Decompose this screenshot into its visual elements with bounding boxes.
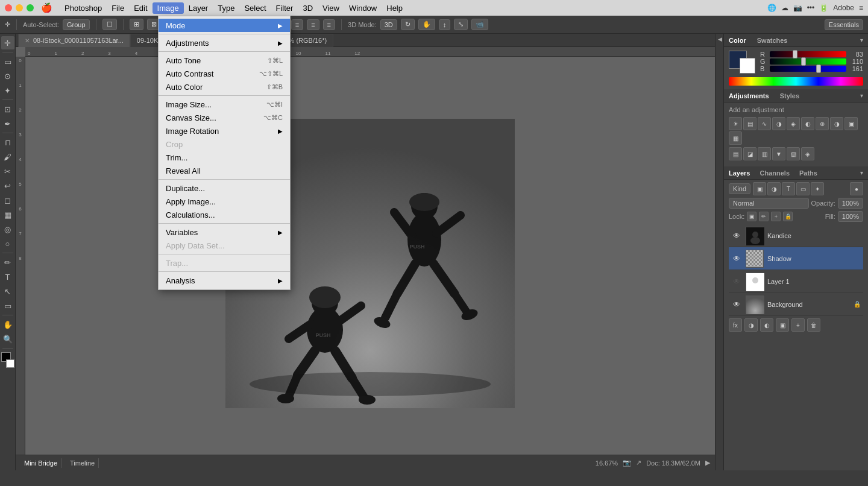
styles-title[interactable]: Styles [780,92,799,99]
distribute-4[interactable]: ≡ [291,19,303,30]
timeline-tab[interactable]: Timeline [66,458,99,468]
eraser-tool[interactable]: ◻ [1,194,14,207]
path-select-tool[interactable]: ↖ [1,285,14,298]
crop-tool[interactable]: ⊡ [1,103,14,116]
color-panel-title[interactable]: Color [729,37,746,44]
visibility-layer1[interactable]: 👁 [731,276,742,287]
blend-mode-dropdown[interactable]: Normal [729,198,809,209]
text-tool[interactable]: T [1,270,14,283]
paths-title[interactable]: Paths [799,169,817,177]
opacity-value[interactable]: 100% [838,198,863,209]
shape-filter-icon[interactable]: ▭ [796,182,810,195]
green-thumb[interactable] [801,57,806,66]
color-lookup-icon[interactable]: ▤ [729,147,742,160]
fill-value[interactable]: 100% [838,211,863,222]
distribute-6[interactable]: ≡ [323,19,335,30]
menubar-photoshop[interactable]: Photoshop [60,2,107,14]
visibility-shadow[interactable]: 👁 [731,253,742,264]
adjustments-title[interactable]: Adjustments [729,92,769,99]
blue-thumb[interactable] [816,65,821,73]
clone-stamp-tool[interactable]: ✂ [1,165,14,178]
channels-title[interactable]: Channels [760,169,790,177]
menubar-layer[interactable]: Layer [184,2,213,14]
menu-apply-image[interactable]: Apply Image... [159,195,290,208]
show-transform-controls[interactable]: ☐ [102,19,117,30]
layer-shadow[interactable]: 👁 Shadow [729,247,863,270]
hand-tool[interactable]: ✋ [1,318,14,331]
3d-rotate[interactable]: ↻ [401,19,415,30]
lock-all[interactable]: + [771,212,781,221]
visibility-background[interactable]: 👁 [731,299,742,310]
layer-kandice[interactable]: 👁 Kandice [729,224,863,247]
align-left[interactable]: ⊞ [130,19,143,30]
red-slider[interactable] [770,51,846,57]
zoom-tool[interactable]: 🔍 [1,332,14,346]
spectrum-bar[interactable] [729,77,863,86]
menu-auto-tone[interactable]: Auto Tone ⇧⌘L [159,54,290,67]
color-boxes[interactable] [1,352,14,368]
collapse-icon[interactable]: ◀ [717,36,723,42]
menu-duplicate[interactable]: Duplicate... [159,181,290,195]
delete-layer-btn[interactable]: 🗑 [807,318,820,332]
layer-1[interactable]: 👁 Layer 1 [729,270,863,293]
photo-filter-icon[interactable]: ▣ [844,117,858,130]
selective-color-icon[interactable]: ◈ [801,147,814,160]
adjustment-layer-btn[interactable]: ◐ [760,318,773,332]
magic-wand-tool[interactable]: ✦ [1,84,14,97]
menubar-view[interactable]: View [318,2,344,14]
3d-pan[interactable]: ✋ [418,19,435,30]
vibrance-icon[interactable]: ◈ [787,117,800,130]
levels-icon[interactable]: ▤ [743,117,756,130]
lasso-tool[interactable]: ⊙ [1,69,14,83]
brightness-icon[interactable]: ☀ [729,117,742,130]
adj-panel-expand[interactable]: ▾ [860,92,863,99]
bw-icon[interactable]: ◑ [830,117,843,130]
3d-scale[interactable]: ⤡ [454,19,468,30]
pen-tool[interactable]: ✏ [1,256,14,269]
blue-slider[interactable] [770,66,846,72]
menu-image-rotation[interactable]: Image Rotation ▶ [159,124,290,137]
group-layers-btn[interactable]: ▣ [776,318,789,332]
background-color[interactable] [6,359,14,368]
colorbalance-icon[interactable]: ⊕ [816,117,829,130]
menu-auto-contrast[interactable]: Auto Contrast ⌥⇧⌘L [159,67,290,80]
menu-adjustments[interactable]: Adjustments ▶ [159,36,290,49]
history-brush-tool[interactable]: ↩ [1,179,14,192]
posterize-icon[interactable]: ▥ [758,147,771,160]
menu-canvas-size[interactable]: Canvas Size... ⌥⌘C [159,111,290,124]
menu-auto-color[interactable]: Auto Color ⇧⌘B [159,80,290,93]
menu-analysis[interactable]: Analysis ▶ [159,274,290,287]
shape-tool[interactable]: ▭ [1,299,14,312]
layer-background[interactable]: 👁 Background 🔒 [729,293,863,316]
auto-select-dropdown[interactable]: Group [63,19,90,30]
blur-tool[interactable]: ◎ [1,222,14,236]
dodge-tool[interactable]: ○ [1,237,14,250]
pixel-filter-icon[interactable]: ▣ [753,182,766,195]
panel-expand-icon[interactable]: ▾ [860,37,863,43]
menubar-filter[interactable]: Filter [271,2,298,14]
kind-dropdown[interactable]: Kind [729,183,750,194]
lock-icon[interactable]: 🔒 [783,212,793,221]
menu-mode[interactable]: Mode ▶ [159,19,290,32]
lock-position[interactable]: ✏ [759,212,769,221]
color-picker-boxes[interactable] [729,51,755,74]
maximize-button[interactable] [27,4,34,11]
menu-variables[interactable]: Variables ▶ [159,226,290,239]
curves-icon[interactable]: ∿ [758,117,771,130]
layers-title[interactable]: Layers [729,169,750,177]
close-button[interactable] [5,4,12,11]
lock-pixels[interactable]: ▣ [747,212,756,221]
type-filter-icon[interactable]: T [782,182,795,195]
menu-calculations[interactable]: Calculations... [159,208,290,221]
red-thumb[interactable] [793,50,797,58]
layers-expand[interactable]: ▾ [860,169,863,176]
minimize-button[interactable] [16,4,23,11]
play-icon[interactable]: ▶ [705,459,710,467]
apple-menu[interactable]: 🍎 [41,2,52,13]
layer-effects-btn[interactable]: fx [729,318,742,332]
layer-mask-btn[interactable]: ◑ [744,318,758,332]
hsl-icon[interactable]: ◐ [801,117,814,130]
distribute-5[interactable]: ≡ [307,19,319,30]
menu-reveal-all[interactable]: Reveal All [159,164,290,177]
eyedropper-tool[interactable]: ✒ [1,117,14,130]
